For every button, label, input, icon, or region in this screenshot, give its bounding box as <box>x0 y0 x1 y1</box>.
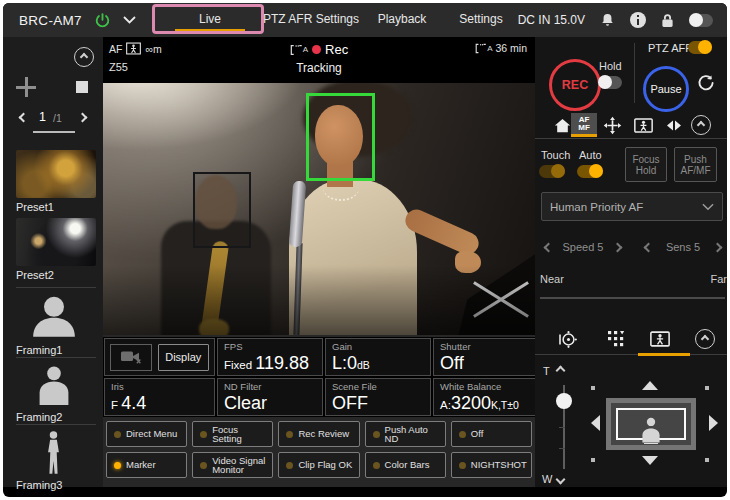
tab-pan-tilt-icon[interactable] <box>601 113 623 137</box>
media-slot-letter: A <box>303 45 308 54</box>
info-cell-white-balance[interactable]: White Balance A:3200K,T±0 <box>433 378 538 416</box>
assign-button-clip-flag-ok[interactable]: Clip Flag OK <box>278 452 359 478</box>
framing-adjust-pad <box>585 373 725 473</box>
corner-dot <box>591 386 595 390</box>
framing3-thumbnail[interactable] <box>45 431 62 475</box>
power-icon[interactable] <box>94 12 111 29</box>
frame-right-icon[interactable] <box>709 415 718 431</box>
assign-button-nightshot[interactable]: NIGHTSHOT <box>451 452 532 478</box>
stop-icon[interactable] <box>76 81 88 93</box>
lock-toggle[interactable] <box>689 14 713 27</box>
face-tracking-frame-primary[interactable] <box>306 93 375 181</box>
info-cell-fps[interactable]: FPS Fixed 119.88 <box>217 338 323 376</box>
preset-sidebar: 1 /1 Preset1 Preset2 Framing1 Framing2 F… <box>3 37 103 487</box>
ptz-afr-toggle[interactable] <box>688 41 712 54</box>
media-slot-letter: A <box>487 44 492 53</box>
power-source-status: DC IN 15.0V <box>518 13 585 27</box>
sidebar-collapse-icon[interactable] <box>74 47 94 67</box>
af-sensitivity-stepper[interactable]: Sens 5 <box>641 239 725 257</box>
page-prev-icon[interactable] <box>19 113 29 123</box>
assignable-buttons: Direct Menu Focus Setting Rec Review Pus… <box>106 421 532 478</box>
chevron-down-icon[interactable] <box>123 16 136 24</box>
face-tracking-frame-secondary[interactable] <box>193 172 251 248</box>
frame-up-icon[interactable] <box>642 381 658 390</box>
restart-icon[interactable] <box>697 74 715 92</box>
tab-iris-icon[interactable] <box>665 113 683 137</box>
zoom-slider-knob[interactable] <box>556 393 572 409</box>
tab-live-label: Live <box>199 12 221 26</box>
tab-joystick-icon[interactable] <box>555 327 579 351</box>
pause-button[interactable]: Pause <box>643 66 689 112</box>
page-next-icon[interactable] <box>78 113 88 123</box>
panel-collapse-icon[interactable] <box>689 113 713 137</box>
af-mode-dropdown[interactable]: Human Priority AF <box>541 192 723 221</box>
preset1-thumbnail[interactable] <box>16 150 96 198</box>
indicator-dot <box>114 431 121 438</box>
info-icon[interactable] <box>630 12 646 28</box>
tab-ptz-afr-settings[interactable]: PTZ AFR Settings <box>261 3 361 34</box>
rec-button[interactable]: REC <box>549 59 601 111</box>
tab-framing-icon[interactable] <box>647 327 673 351</box>
assign-button-push-auto-nd[interactable]: Push Auto ND <box>365 421 446 447</box>
assign-button-off[interactable]: Off <box>451 421 532 447</box>
tab-af-mf[interactable]: AFMF <box>571 113 597 137</box>
tab-home-icon[interactable] <box>551 113 573 137</box>
info-cell-nd-filter[interactable]: ND Filter Clear <box>217 378 323 416</box>
tab-settings[interactable]: Settings <box>451 3 511 34</box>
media-slot-icon <box>475 43 487 54</box>
framing1-thumbnail[interactable] <box>29 293 79 339</box>
auto-focus-label: Auto <box>579 149 602 161</box>
bell-icon[interactable] <box>600 12 615 28</box>
hold-label: Hold <box>599 60 622 72</box>
assign-button-marker[interactable]: Marker <box>106 452 187 478</box>
auto-focus-toggle[interactable] <box>577 165 603 178</box>
info-cell-icons: Display <box>104 338 215 376</box>
divider <box>16 287 96 288</box>
touch-focus-toggle[interactable] <box>539 165 565 178</box>
rec-hold-toggle[interactable] <box>598 76 622 89</box>
tab-subject-tracking-icon[interactable] <box>631 113 655 137</box>
frame-down-icon[interactable] <box>642 456 658 465</box>
preset1-label: Preset1 <box>16 201 54 213</box>
assign-button-video-signal-monitor[interactable]: Video Signal Monitor <box>192 452 273 478</box>
control-tab-bar: AFMF <box>535 111 727 139</box>
preset2-thumbnail[interactable] <box>16 218 96 266</box>
camera-mute-button[interactable] <box>110 344 152 371</box>
preset2-label: Preset2 <box>16 269 54 281</box>
indicator-dot <box>373 431 380 438</box>
assign-button-direct-menu[interactable]: Direct Menu <box>106 421 187 447</box>
indicator-dot <box>459 462 466 469</box>
panel-collapse-icon[interactable] <box>693 327 717 351</box>
push-af-mf-button[interactable]: Push AF/MF <box>674 147 717 182</box>
person-icon <box>638 416 664 443</box>
framing-preview[interactable] <box>606 398 696 450</box>
assign-button-color-bars[interactable]: Color Bars <box>365 452 446 478</box>
stage-floor-shadow <box>103 265 535 335</box>
manual-focus-slider[interactable] <box>540 297 725 299</box>
af-speed-stepper[interactable]: Speed 5 <box>541 239 625 257</box>
assign-button-rec-review[interactable]: Rec Review <box>278 421 359 447</box>
frame-left-icon[interactable] <box>591 415 600 431</box>
active-tab-indicator <box>175 29 245 32</box>
remaining-time: 36 min <box>495 42 527 54</box>
zoom-wide-label: W <box>542 473 552 485</box>
assign-button-focus-setting[interactable]: Focus Setting <box>192 421 273 447</box>
info-cell-shutter[interactable]: Shutter Off <box>433 338 538 376</box>
zoom-wide-icon[interactable] <box>556 475 566 485</box>
info-cell-scene-file[interactable]: Scene File OFF <box>325 378 431 416</box>
framing2-thumbnail[interactable] <box>34 364 74 406</box>
framing3-label: Framing3 <box>16 479 62 491</box>
focus-hold-button[interactable]: Focus Hold <box>625 147 667 182</box>
tab-live[interactable]: Live <box>171 3 249 34</box>
focus-far-label: Far <box>711 273 728 285</box>
add-preset-icon[interactable] <box>16 77 36 97</box>
info-cell-iris[interactable]: Iris F 4.4 <box>104 378 215 416</box>
tab-playback[interactable]: Playback <box>371 3 433 34</box>
display-button[interactable]: Display <box>158 344 209 371</box>
info-cell-gain[interactable]: Gain L:0dB <box>325 338 431 376</box>
live-video-feed[interactable] <box>103 83 535 335</box>
tab-preset-grid-icon[interactable] <box>605 327 627 351</box>
zoom-tele-icon[interactable] <box>556 366 566 376</box>
indicator-dot <box>286 462 293 469</box>
rec-dot-icon <box>312 45 321 54</box>
